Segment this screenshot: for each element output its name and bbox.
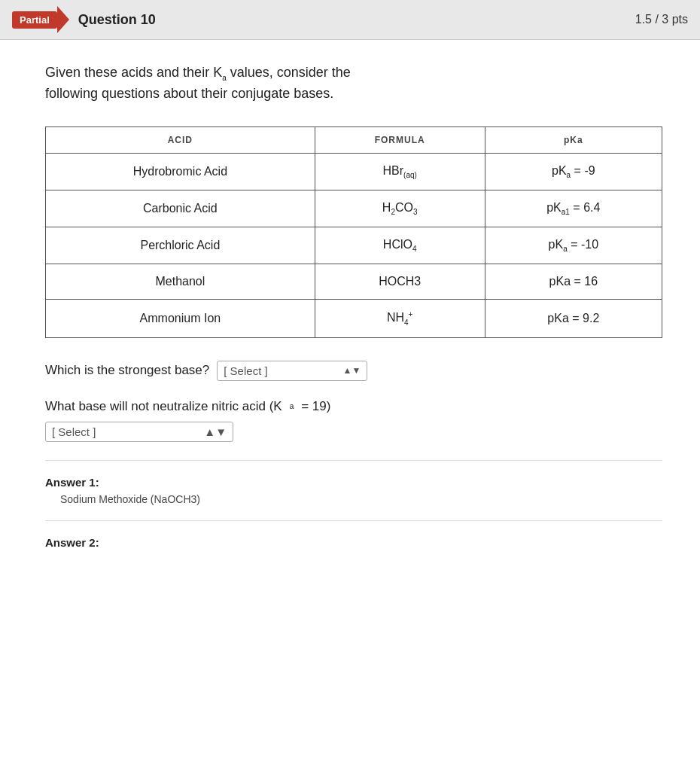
acid-formula: HOCH3 [315, 264, 485, 300]
acid-formula: NH4+ [315, 300, 485, 338]
select-placeholder-2: [ Select ] [52, 425, 96, 438]
acid-formula: HClO4 [315, 227, 485, 264]
question-intro: Given these acids and their Ka values, c… [45, 62, 662, 104]
dropdown-arrow-icon: ▲▼ [343, 365, 361, 376]
divider-2 [45, 520, 662, 521]
table-row: Methanol HOCH3 pKa = 16 [46, 264, 662, 300]
table-row: Perchloric Acid HClO4 pKa = -10 [46, 227, 662, 264]
answer-1-label: Answer 1: [45, 476, 662, 489]
content-area: Given these acids and their Ka values, c… [0, 40, 700, 584]
acid-pka: pKa = -9 [485, 153, 662, 190]
acid-pka: pKa = 16 [485, 264, 662, 300]
acid-name: Perchloric Acid [46, 227, 315, 264]
divider-1 [45, 460, 662, 461]
acid-pka: pKa = -10 [485, 227, 662, 264]
answer-1-value: Sodium Methoxide (NaOCH3) [45, 493, 662, 505]
acid-name: Hydrobromic Acid [46, 153, 315, 190]
acid-name: Ammonium Ion [46, 300, 315, 338]
question-title: Question 10 [78, 12, 156, 28]
acid-name: Carbonic Acid [46, 190, 315, 227]
acid-table: ACID FORMULA pKa Hydrobromic Acid HBr(aq… [45, 126, 662, 338]
neutralize-base-select[interactable]: [ Select ] ▲▼ [45, 422, 233, 442]
question-header: Partial Question 10 1.5 / 3 pts [0, 0, 700, 40]
acid-formula: H2CO3 [315, 190, 485, 227]
question1-text: Which is the strongest base? [ Select ] … [45, 361, 662, 381]
question-part-1: Which is the strongest base? [ Select ] … [45, 361, 662, 381]
table-row: Hydrobromic Acid HBr(aq) pKa = -9 [46, 153, 662, 190]
select-placeholder-1: [ Select ] [224, 364, 267, 377]
answer-2-label: Answer 2: [45, 536, 662, 549]
col-header-acid: ACID [46, 126, 315, 153]
partial-badge: Partial [12, 11, 57, 29]
answer-section-2: Answer 2: [45, 536, 662, 549]
col-header-formula: FORMULA [315, 126, 485, 153]
dropdown-arrow-icon-2: ▲▼ [204, 425, 227, 438]
answer-section-1: Answer 1: Sodium Methoxide (NaOCH3) [45, 476, 662, 505]
question2-text: What base will not neutralize nitric aci… [45, 399, 662, 414]
acid-name: Methanol [46, 264, 315, 300]
col-header-pka: pKa [485, 126, 662, 153]
acid-pka: pKa1 = 6.4 [485, 190, 662, 227]
strongest-base-select[interactable]: [ Select ] ▲▼ [217, 361, 367, 381]
acid-formula: HBr(aq) [315, 153, 485, 190]
arrow-icon [57, 6, 69, 33]
table-row: Ammonium Ion NH4+ pKa = 9.2 [46, 300, 662, 338]
acid-pka: pKa = 9.2 [485, 300, 662, 338]
table-row: Carbonic Acid H2CO3 pKa1 = 6.4 [46, 190, 662, 227]
question-part-2: What base will not neutralize nitric aci… [45, 399, 662, 442]
question-points: 1.5 / 3 pts [635, 13, 688, 26]
